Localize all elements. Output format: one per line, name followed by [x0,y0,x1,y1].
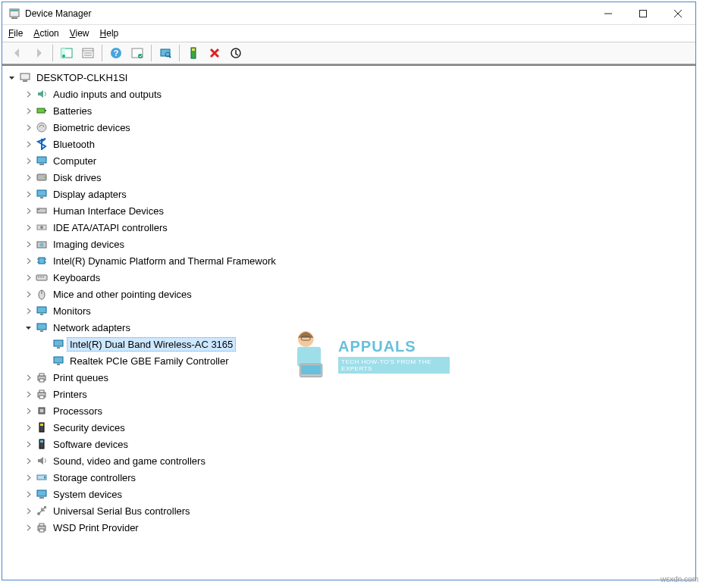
tree-item-label: Security devices [50,421,128,435]
expander-icon[interactable] [22,471,34,483]
tree-item-label: Sound, video and game controllers [50,454,209,468]
expander-icon[interactable] [22,238,34,250]
tree-root[interactable]: DESKTOP-CLKH1SI [5,69,695,86]
printer-icon [36,521,48,533]
printer-icon [36,371,48,383]
expander-icon[interactable] [22,371,34,383]
expander-icon[interactable] [22,388,34,400]
expander-icon[interactable] [22,305,34,317]
expander-icon[interactable] [22,488,34,500]
expander-icon[interactable] [22,105,34,117]
tree-category[interactable]: Print queues [5,369,695,386]
tree-device[interactable]: Intel(R) Dual Band Wireless-AC 3165 [5,336,695,352]
tree-item-label: Audio inputs and outputs [50,87,165,102]
expander-icon[interactable] [22,521,34,533]
expander-icon[interactable] [22,155,34,167]
expander-icon[interactable] [22,171,34,183]
tree-category[interactable]: Security devices [5,419,695,436]
svg-rect-4 [640,10,647,17]
tree-category[interactable]: IDE ATA/ATAPI controllers [5,219,695,236]
expander-icon[interactable] [22,321,34,333]
tree-category[interactable]: Mice and other pointing devices [5,286,695,302]
expander-icon[interactable] [22,455,34,467]
expander-icon[interactable] [22,438,34,450]
tree-category[interactable]: Monitors [5,302,695,319]
svg-rect-30 [23,80,27,82]
forward-button[interactable] [30,44,48,62]
tree-item-label: DESKTOP-CLKH1SI [33,70,130,85]
expander-icon[interactable] [5,71,17,83]
tree-device[interactable]: Realtek PCIe GBE Family Controller [5,352,695,369]
tree-category[interactable]: Human Interface Devices [5,202,695,219]
tree-category[interactable]: Imaging devices [5,236,695,252]
tree-category[interactable]: Network adapters [5,319,695,336]
network-icon [52,338,64,350]
tree-category[interactable]: Audio inputs and outputs [5,86,695,102]
cpu-icon [36,405,48,417]
expander-icon[interactable] [22,288,34,300]
expander-icon[interactable] [22,88,34,100]
tree-item-label: Keyboards [50,271,103,285]
expander-icon[interactable] [22,188,34,200]
svg-rect-51 [36,275,47,280]
expander-icon[interactable] [22,405,34,417]
tree-category[interactable]: WSD Print Provider [5,519,695,536]
security-icon [36,421,48,433]
tree-category[interactable]: Bluetooth [5,136,695,152]
svg-point-45 [40,243,44,247]
expander-icon[interactable] [22,138,34,150]
expander-icon[interactable] [22,421,34,433]
device-tree[interactable]: APPUALS TECH HOW-TO'S FROM THE EXPERTS D… [2,64,695,580]
display-icon [36,188,48,200]
maximize-button[interactable] [626,2,661,25]
expander-icon[interactable] [22,121,34,133]
menu-action[interactable]: Action [33,28,58,39]
tree-category[interactable]: Disk drives [5,169,695,186]
back-button[interactable] [8,44,27,62]
expander-icon[interactable] [22,255,34,267]
update-driver-button[interactable] [128,44,146,62]
tree-category[interactable]: Printers [5,386,695,402]
menubar: File Action View Help [2,25,695,42]
expander-icon[interactable] [22,205,34,217]
svg-point-43 [40,226,43,229]
svg-text:?: ? [114,48,119,58]
tree-item-label: Disk drives [50,170,105,185]
tree-category[interactable]: Storage controllers [5,469,695,486]
disable-button[interactable] [227,44,245,62]
svg-rect-74 [40,424,43,426]
expander-icon[interactable] [22,505,34,517]
expander-icon[interactable] [22,271,34,283]
help-button[interactable]: ? [107,44,125,62]
svg-rect-53 [40,277,42,277]
tree-category[interactable]: Software devices [5,436,695,452]
menu-view[interactable]: View [70,28,89,39]
tree-category[interactable]: Intel(R) Dynamic Platform and Thermal Fr… [5,252,695,269]
add-hardware-button[interactable] [184,44,202,62]
menu-file[interactable]: File [8,28,23,39]
tree-category[interactable]: Keyboards [5,269,695,286]
tree-category[interactable]: Computer [5,152,695,169]
tree-category[interactable]: Processors [5,402,695,419]
tree-category[interactable]: System devices [5,486,695,502]
scan-hardware-button[interactable] [156,44,174,62]
tree-category[interactable]: Sound, video and game controllers [5,452,695,469]
uninstall-button[interactable] [206,44,224,62]
tree-item-label: Storage controllers [50,471,139,485]
minimize-button[interactable] [591,2,626,25]
tree-category[interactable]: Batteries [5,102,695,119]
tree-category[interactable]: Universal Serial Bus controllers [5,502,695,519]
tree-category[interactable]: Display adapters [5,186,695,202]
close-button[interactable] [661,2,695,25]
tree-item-label: Printers [50,387,90,402]
svg-rect-78 [37,490,46,496]
menu-help[interactable]: Help [100,28,119,39]
expander-icon[interactable] [22,221,34,233]
properties-button[interactable] [79,44,97,62]
show-hide-tree-button[interactable] [58,44,76,62]
tree-item-label: Bluetooth [50,137,98,152]
usb-icon [36,505,48,517]
toolbar: ? [2,42,695,64]
tree-category[interactable]: Biometric devices [5,119,695,136]
svg-rect-79 [39,497,44,499]
